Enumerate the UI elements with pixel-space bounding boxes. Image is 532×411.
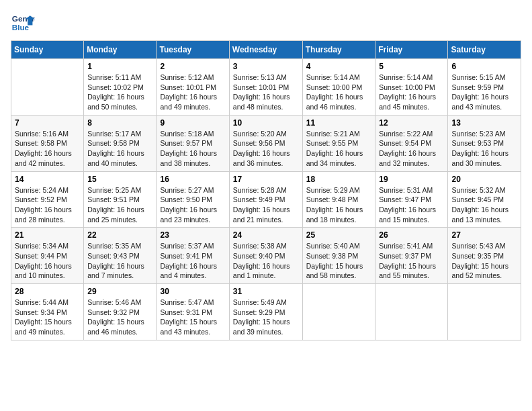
day-info: Sunrise: 5:32 AM Sunset: 9:45 PM Dayligh…	[451, 185, 517, 225]
day-number: 12	[379, 118, 444, 128]
calendar-week-row: 21Sunrise: 5:34 AM Sunset: 9:44 PM Dayli…	[11, 228, 521, 284]
calendar-cell: 10Sunrise: 5:20 AM Sunset: 9:56 PM Dayli…	[229, 115, 302, 171]
day-number: 26	[379, 230, 444, 240]
calendar-cell: 4Sunrise: 5:14 AM Sunset: 10:00 PM Dayli…	[302, 59, 375, 116]
day-number: 9	[160, 118, 225, 128]
day-info: Sunrise: 5:24 AM Sunset: 9:52 PM Dayligh…	[15, 185, 80, 225]
day-info: Sunrise: 5:16 AM Sunset: 9:58 PM Dayligh…	[15, 129, 80, 169]
day-info: Sunrise: 5:11 AM Sunset: 10:02 PM Daylig…	[87, 73, 152, 112]
calendar-cell: 24Sunrise: 5:38 AM Sunset: 9:40 PM Dayli…	[229, 228, 302, 284]
day-info: Sunrise: 5:20 AM Sunset: 9:56 PM Dayligh…	[233, 129, 299, 169]
logo: General Blue	[11, 11, 35, 35]
day-number: 27	[451, 230, 517, 240]
calendar-cell: 6Sunrise: 5:15 AM Sunset: 9:59 PM Daylig…	[448, 59, 521, 116]
day-number: 15	[87, 175, 152, 184]
day-info: Sunrise: 5:18 AM Sunset: 9:57 PM Dayligh…	[160, 129, 225, 169]
col-header-sunday: Sunday	[11, 41, 84, 59]
day-number: 31	[233, 287, 299, 296]
calendar-cell: 17Sunrise: 5:28 AM Sunset: 9:49 PM Dayli…	[229, 171, 302, 228]
day-info: Sunrise: 5:35 AM Sunset: 9:43 PM Dayligh…	[87, 241, 152, 281]
col-header-monday: Monday	[84, 41, 157, 59]
day-number: 7	[15, 118, 80, 128]
col-header-wednesday: Wednesday	[229, 41, 302, 59]
day-number: 29	[87, 287, 152, 296]
day-number: 22	[87, 230, 152, 240]
day-number: 1	[87, 62, 152, 71]
calendar-cell: 28Sunrise: 5:44 AM Sunset: 9:34 PM Dayli…	[11, 284, 84, 340]
day-number: 14	[15, 175, 80, 184]
day-info: Sunrise: 5:23 AM Sunset: 9:53 PM Dayligh…	[451, 129, 517, 169]
day-info: Sunrise: 5:46 AM Sunset: 9:32 PM Dayligh…	[87, 298, 152, 337]
day-number: 3	[233, 62, 299, 71]
day-info: Sunrise: 5:15 AM Sunset: 9:59 PM Dayligh…	[451, 73, 517, 112]
calendar-cell	[11, 59, 84, 116]
calendar-cell: 23Sunrise: 5:37 AM Sunset: 9:41 PM Dayli…	[157, 228, 229, 284]
day-info: Sunrise: 5:12 AM Sunset: 10:01 PM Daylig…	[160, 73, 225, 112]
calendar-cell: 9Sunrise: 5:18 AM Sunset: 9:57 PM Daylig…	[157, 115, 229, 171]
day-info: Sunrise: 5:43 AM Sunset: 9:35 PM Dayligh…	[451, 241, 517, 281]
day-number: 11	[306, 118, 372, 128]
calendar-header-row: SundayMondayTuesdayWednesdayThursdayFrid…	[11, 41, 521, 59]
calendar-cell: 25Sunrise: 5:40 AM Sunset: 9:38 PM Dayli…	[302, 228, 375, 284]
day-info: Sunrise: 5:25 AM Sunset: 9:51 PM Dayligh…	[87, 185, 152, 225]
calendar-cell	[302, 284, 375, 340]
svg-text:Blue: Blue	[12, 23, 30, 32]
calendar-cell: 27Sunrise: 5:43 AM Sunset: 9:35 PM Dayli…	[448, 228, 521, 284]
calendar-cell	[375, 284, 448, 340]
calendar-table: SundayMondayTuesdayWednesdayThursdayFrid…	[11, 40, 521, 340]
day-number: 19	[379, 175, 444, 184]
calendar-cell: 7Sunrise: 5:16 AM Sunset: 9:58 PM Daylig…	[11, 115, 84, 171]
calendar-cell: 18Sunrise: 5:29 AM Sunset: 9:48 PM Dayli…	[302, 171, 375, 228]
calendar-week-row: 7Sunrise: 5:16 AM Sunset: 9:58 PM Daylig…	[11, 115, 521, 171]
calendar-cell: 16Sunrise: 5:27 AM Sunset: 9:50 PM Dayli…	[157, 171, 229, 228]
logo-icon: General Blue	[11, 11, 35, 35]
calendar-cell: 2Sunrise: 5:12 AM Sunset: 10:01 PM Dayli…	[157, 59, 229, 116]
day-number: 25	[306, 230, 372, 240]
calendar-cell: 22Sunrise: 5:35 AM Sunset: 9:43 PM Dayli…	[84, 228, 157, 284]
calendar-week-row: 14Sunrise: 5:24 AM Sunset: 9:52 PM Dayli…	[11, 171, 521, 228]
col-header-tuesday: Tuesday	[157, 41, 229, 59]
calendar-cell: 14Sunrise: 5:24 AM Sunset: 9:52 PM Dayli…	[11, 171, 84, 228]
col-header-thursday: Thursday	[302, 41, 375, 59]
day-info: Sunrise: 5:17 AM Sunset: 9:58 PM Dayligh…	[87, 129, 152, 169]
day-info: Sunrise: 5:38 AM Sunset: 9:40 PM Dayligh…	[233, 241, 299, 281]
day-info: Sunrise: 5:37 AM Sunset: 9:41 PM Dayligh…	[160, 241, 225, 281]
day-info: Sunrise: 5:22 AM Sunset: 9:54 PM Dayligh…	[379, 129, 444, 169]
day-number: 30	[160, 287, 225, 296]
day-number: 24	[233, 230, 299, 240]
calendar-cell	[448, 284, 521, 340]
day-number: 17	[233, 175, 299, 184]
calendar-cell: 8Sunrise: 5:17 AM Sunset: 9:58 PM Daylig…	[84, 115, 157, 171]
calendar-cell: 13Sunrise: 5:23 AM Sunset: 9:53 PM Dayli…	[448, 115, 521, 171]
day-number: 4	[306, 62, 372, 71]
day-number: 10	[233, 118, 299, 128]
calendar-week-row: 28Sunrise: 5:44 AM Sunset: 9:34 PM Dayli…	[11, 284, 521, 340]
day-number: 13	[451, 118, 517, 128]
day-info: Sunrise: 5:34 AM Sunset: 9:44 PM Dayligh…	[15, 241, 80, 281]
calendar-cell: 5Sunrise: 5:14 AM Sunset: 10:00 PM Dayli…	[375, 59, 448, 116]
day-number: 23	[160, 230, 225, 240]
day-number: 18	[306, 175, 372, 184]
calendar-cell: 20Sunrise: 5:32 AM Sunset: 9:45 PM Dayli…	[448, 171, 521, 228]
day-info: Sunrise: 5:14 AM Sunset: 10:00 PM Daylig…	[379, 73, 444, 112]
calendar-cell: 26Sunrise: 5:41 AM Sunset: 9:37 PM Dayli…	[375, 228, 448, 284]
day-info: Sunrise: 5:40 AM Sunset: 9:38 PM Dayligh…	[306, 241, 372, 281]
day-info: Sunrise: 5:41 AM Sunset: 9:37 PM Dayligh…	[379, 241, 444, 281]
day-info: Sunrise: 5:13 AM Sunset: 10:01 PM Daylig…	[233, 73, 299, 112]
day-info: Sunrise: 5:28 AM Sunset: 9:49 PM Dayligh…	[233, 185, 299, 225]
calendar-cell: 3Sunrise: 5:13 AM Sunset: 10:01 PM Dayli…	[229, 59, 302, 116]
day-info: Sunrise: 5:47 AM Sunset: 9:31 PM Dayligh…	[160, 298, 225, 337]
day-number: 28	[15, 287, 80, 296]
day-info: Sunrise: 5:21 AM Sunset: 9:55 PM Dayligh…	[306, 129, 372, 169]
calendar-cell: 1Sunrise: 5:11 AM Sunset: 10:02 PM Dayli…	[84, 59, 157, 116]
col-header-friday: Friday	[375, 41, 448, 59]
calendar-cell: 12Sunrise: 5:22 AM Sunset: 9:54 PM Dayli…	[375, 115, 448, 171]
day-info: Sunrise: 5:14 AM Sunset: 10:00 PM Daylig…	[306, 73, 372, 112]
day-number: 16	[160, 175, 225, 184]
day-number: 6	[451, 62, 517, 71]
calendar-cell: 30Sunrise: 5:47 AM Sunset: 9:31 PM Dayli…	[157, 284, 229, 340]
day-number: 8	[87, 118, 152, 128]
day-number: 2	[160, 62, 225, 71]
calendar-cell: 21Sunrise: 5:34 AM Sunset: 9:44 PM Dayli…	[11, 228, 84, 284]
calendar-cell: 11Sunrise: 5:21 AM Sunset: 9:55 PM Dayli…	[302, 115, 375, 171]
